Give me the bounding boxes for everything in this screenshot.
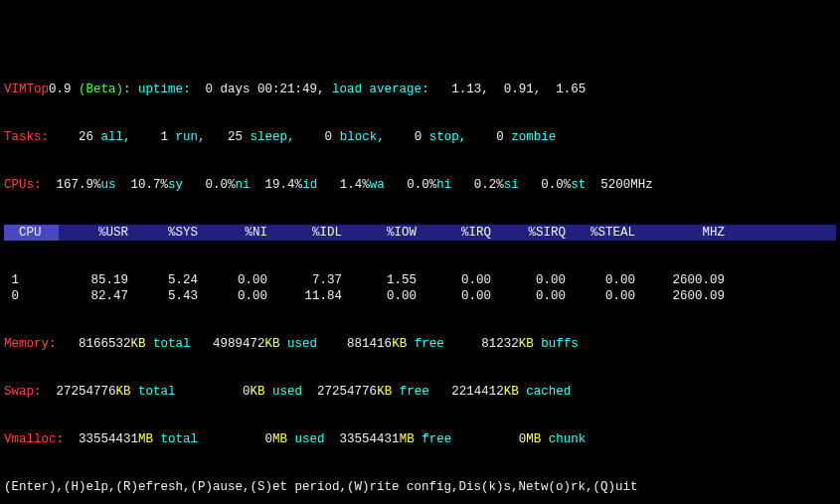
col-cpu[interactable]: CPU: [4, 225, 59, 241]
table-row[interactable]: 082.475.430.0011.840.000.000.000.002600.…: [4, 288, 836, 304]
col-sys[interactable]: %SYS: [128, 225, 198, 241]
col-ni[interactable]: %NI: [198, 225, 267, 241]
summary-uptime: VIMTop0.9 (Beta): uptime: 0 days 00:21:4…: [4, 82, 836, 97]
cpu-table-header: CPU%USR%SYS%NI%IDL%IOW%IRQ%SIRQ%STEALMHZ: [4, 225, 836, 241]
summary-tasks: Tasks: 26 all, 1 run, 25 sleep, 0 block,…: [4, 129, 836, 145]
summary-swap: Swap: 27254776KB total 0KB used 27254776…: [4, 384, 836, 400]
col-sirq[interactable]: %SIRQ: [491, 225, 566, 241]
summary-memory: Memory: 8166532KB total 4989472KB used 8…: [4, 336, 836, 352]
col-usr[interactable]: %USR: [59, 225, 128, 241]
col-irq[interactable]: %IRQ: [417, 225, 491, 241]
summary-vmalloc: Vmalloc: 33554431MB total 0MB used 33554…: [4, 431, 836, 447]
summary-cpus: CPUs: 167.9%us 10.7%sy 0.0%ni 19.4%id 1.…: [4, 177, 836, 193]
table-row[interactable]: 185.195.240.007.371.550.000.000.002600.0…: [4, 272, 836, 288]
col-mhz[interactable]: MHZ: [635, 225, 725, 241]
col-steal[interactable]: %STEAL: [566, 225, 635, 241]
col-idl[interactable]: %IDL: [267, 225, 342, 241]
col-iow[interactable]: %IOW: [342, 225, 417, 241]
keyboard-hint: (Enter),(H)elp,(R)efresh,(P)ause,(S)et p…: [4, 479, 836, 495]
